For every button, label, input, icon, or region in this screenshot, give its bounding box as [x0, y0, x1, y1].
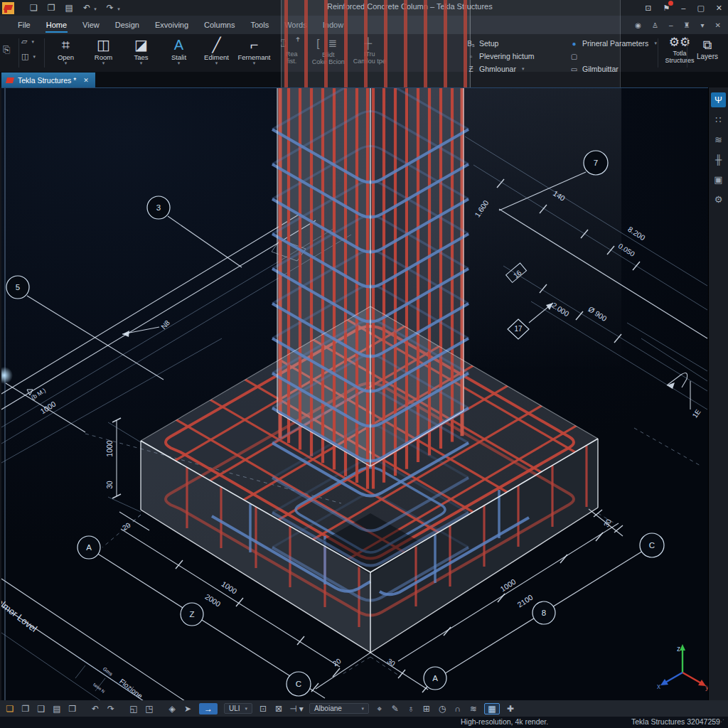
ortho-dropdown[interactable]: ULI▾	[224, 703, 252, 714]
room-icon: ◫	[97, 36, 110, 53]
clash-check-icon[interactable]: Ψ	[711, 92, 726, 107]
layers-icon[interactable]: ≋	[711, 132, 726, 147]
plane-dropdown[interactable]: Alboiane▾	[309, 703, 369, 714]
open-folder-icon[interactable]: ❐	[48, 3, 55, 13]
menu-exvoiving[interactable]: Exvoiving	[154, 16, 189, 34]
loop-icon[interactable]: ∩	[453, 704, 463, 714]
open-model-icon[interactable]: ❏	[5, 704, 15, 714]
svg-text:Alcolmor Lovel: Alcolmor Lovel	[1, 589, 39, 634]
status-message: High-resolution, 4k render.	[461, 717, 548, 726]
undo-icon[interactable]: ↶	[90, 704, 100, 714]
maximize-icon[interactable]: ▢	[697, 4, 704, 13]
chevron-down-icon[interactable]: ▾	[701, 21, 705, 29]
open-button[interactable]: ⌗Open▾	[47, 34, 85, 72]
settings-box-icon[interactable]: ⊡	[645, 4, 651, 13]
export-icon[interactable]: ⎘	[3, 44, 10, 55]
ribbon: ⎘ ▱▾◫▾ ⌗Open▾◫Room▾◪Taes▾AStalit▾╱Edimen…	[0, 34, 728, 73]
svg-text:Gms: Gms	[102, 666, 114, 677]
dimension-text: taise N	[92, 682, 105, 694]
chevron-down-icon: ▾	[215, 61, 218, 65]
snap-box-icon[interactable]: ⊡	[258, 704, 268, 714]
ribbon-faded-group-0[interactable]: ⑄ ꜛReafist.	[280, 34, 304, 72]
signal-icon[interactable]: ≋	[469, 704, 478, 714]
room-button[interactable]: ◫Room▾	[85, 34, 122, 72]
dimension-text: 30	[386, 657, 397, 668]
undo-icon[interactable]: ↶ ▾	[83, 3, 97, 13]
grid-bubble-8: 8	[532, 601, 555, 624]
node-icon[interactable]: ♁	[406, 704, 416, 714]
svg-text:8: 8	[542, 609, 546, 617]
menu-design[interactable]: Design	[114, 16, 140, 34]
clock-icon[interactable]: ◷	[437, 704, 447, 714]
redo-icon[interactable]: ↷ ▾	[107, 3, 120, 13]
menu-columns[interactable]: Columns	[203, 16, 235, 34]
clipboard-icon[interactable]: ▤	[65, 3, 73, 13]
tab-close-icon[interactable]: ✕	[83, 77, 89, 84]
org-icon[interactable]: ♜	[684, 21, 690, 29]
analysis-chart-icon[interactable]: ╫	[711, 152, 726, 167]
menu-view[interactable]: View	[82, 16, 100, 34]
stalit-button[interactable]: AStalit▾	[160, 34, 198, 72]
model-viewport[interactable]: 735AZCA8C1401.6008.2000.050162.000Ø 9001…	[1, 87, 709, 701]
dimension-text: 20	[331, 657, 343, 668]
components-icon[interactable]: ∷	[711, 112, 726, 127]
grid-bubble-A: A	[77, 536, 100, 559]
svg-text:1000: 1000	[498, 577, 517, 594]
marquee-icon[interactable]: ◱	[129, 704, 139, 714]
grid-bubble-C: C	[640, 533, 664, 557]
ribbon-faded-group-1[interactable]: [ ≣BlidtCoke Bcion	[312, 34, 345, 72]
ediment-button[interactable]: ╱Ediment▾	[198, 34, 235, 72]
resize-grip[interactable]: ⋰⋰	[711, 718, 725, 725]
ribbon-item-icon[interactable]: ▢	[569, 50, 657, 63]
axis-icon[interactable]: ⌖	[375, 704, 385, 714]
svg-text:C: C	[296, 680, 301, 688]
fernemant-button[interactable]: ⌐Fernemant▾	[235, 34, 273, 72]
ribbon-item-setup[interactable]: B₅Setup	[466, 37, 535, 50]
folder-icon[interactable]: ❐	[21, 704, 31, 714]
grid4-icon[interactable]: ⊞	[422, 704, 432, 714]
pointer-icon[interactable]: ➤	[183, 704, 193, 714]
snapshot-icon[interactable]: ▣	[711, 172, 726, 187]
svg-text:N8: N8	[159, 318, 171, 331]
svg-text:17: 17	[514, 325, 523, 333]
menu-home[interactable]: Home	[46, 16, 68, 34]
menu-file[interactable]: File	[17, 16, 31, 34]
menu-tools[interactable]: Tools	[250, 16, 269, 34]
print-icon[interactable]: ▤	[52, 704, 62, 714]
redo-icon[interactable]: ↷	[106, 704, 116, 714]
add-view-button[interactable]: ✚	[505, 704, 515, 714]
ribbon-item-prineral-parameters[interactable]: ●Prineral Parameters▾	[569, 37, 657, 50]
minimize-icon[interactable]: –	[681, 4, 685, 12]
pen-icon[interactable]: ✎	[390, 704, 400, 714]
menu-indow[interactable]: Indow	[322, 16, 344, 34]
grid-bubble-Z: Z	[181, 603, 203, 626]
user-icon[interactable]: ♙	[652, 21, 658, 29]
layers-button[interactable]: ⧉ Layers	[691, 37, 724, 60]
status-version: Tekla Structures 32047259	[631, 717, 720, 726]
help-icon[interactable]: ◉	[635, 21, 641, 29]
svg-text:(b M.): (b M.)	[30, 387, 47, 402]
paste-icon[interactable]: ◳	[144, 704, 154, 714]
direct-modify-button[interactable]: →	[199, 703, 218, 714]
pin-icon[interactable]: ⚑	[663, 4, 670, 13]
taes-button[interactable]: ◪Taes▾	[122, 34, 160, 72]
close-icon[interactable]: ✕	[716, 4, 722, 13]
snap-mid-icon[interactable]: ⊣ ▾	[289, 704, 304, 714]
export-icon[interactable]: ❒	[68, 704, 77, 714]
minimize-panel-icon[interactable]: –	[669, 21, 673, 29]
render-icon[interactable]: ◈	[167, 704, 177, 714]
svg-text:2100: 2100	[515, 593, 534, 609]
snap-grid-icon[interactable]: ⊠	[274, 704, 284, 714]
ribbon-item-plevering-hictum[interactable]: ▫Plevering hictum	[466, 50, 535, 63]
statusbar: High-resolution, 4k render. Tekla Struct…	[0, 717, 728, 728]
ribbon-faded-group-2[interactable]: ┼ITruCamlou tpe	[353, 34, 386, 72]
menu-words[interactable]: Words	[284, 16, 308, 34]
window-button[interactable]: ◫▾	[21, 52, 36, 61]
snap-grid-active-button[interactable]: ▦	[484, 703, 500, 714]
close-panel-icon[interactable]: ✕	[715, 21, 721, 29]
settings-gear-icon[interactable]: ⚙	[711, 192, 726, 207]
tab-tekla-structures[interactable]: Tekla Structures * ✕	[1, 73, 95, 87]
new-folder-icon[interactable]: ❑	[36, 704, 46, 714]
new-doc-button[interactable]: ▱▾	[21, 37, 36, 46]
new-window-icon[interactable]: ❏	[30, 3, 38, 13]
